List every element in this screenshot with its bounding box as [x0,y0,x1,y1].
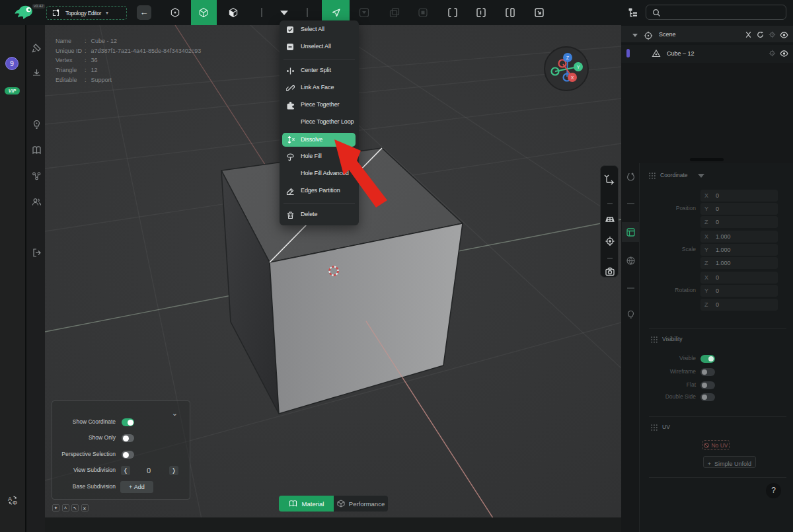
svg-text:Φ: Φ [13,500,17,506]
svg-text:A: A [8,496,12,502]
svg-text:Y: Y [577,65,580,69]
svg-text:X: X [571,75,574,80]
svg-text:Z: Z [566,56,570,60]
